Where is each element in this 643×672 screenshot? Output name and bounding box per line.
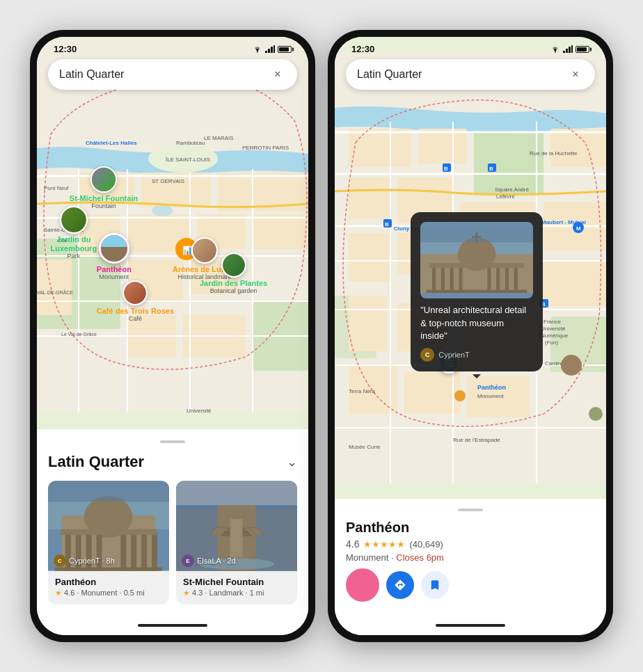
sheet-handle bbox=[160, 440, 185, 443]
svg-text:Le Val-de-Grâce: Le Val-de-Grâce bbox=[61, 332, 97, 337]
card-rating-pantheon: 4.6 bbox=[64, 589, 74, 597]
card-image-pantheon: C CyprienT · 8h bbox=[48, 481, 169, 571]
svg-rect-4 bbox=[273, 45, 275, 53]
svg-rect-79 bbox=[349, 177, 390, 219]
map-right[interactable]: M M B B B B Rue de la Huchette Square An… bbox=[335, 37, 606, 499]
star-5: ★ bbox=[397, 539, 405, 550]
card-meta-st-michel: ★ 4.3 · Landmark · 1 mi bbox=[183, 589, 290, 598]
close-button-right[interactable]: × bbox=[567, 66, 584, 83]
card-user-badge-pantheon: C CyprienT · 8h bbox=[54, 554, 115, 567]
svg-rect-148 bbox=[429, 264, 524, 269]
user-avatar-elsa: E bbox=[182, 554, 194, 567]
svg-rect-78 bbox=[550, 129, 606, 167]
svg-text:Square André: Square André bbox=[495, 186, 529, 193]
svg-rect-150 bbox=[420, 227, 533, 242]
user-avatar-cyprien: C bbox=[54, 554, 66, 567]
card-distance-st-michel: 1 mi bbox=[250, 589, 264, 597]
review-popup: "Unreal architectural detail & top-notch… bbox=[411, 212, 543, 371]
svg-text:Numérique: Numérique bbox=[541, 333, 569, 339]
svg-rect-55 bbox=[131, 533, 136, 571]
status-time-right: 12:30 bbox=[351, 44, 374, 54]
panel-meta: 4.6 ★ ★ ★ ★ ★ (40,649) bbox=[346, 538, 595, 550]
card-pantheon[interactable]: C CyprienT · 8h Panthéon ★ 4.6 · Monumen… bbox=[48, 481, 169, 605]
pin-sublabel-cafe: Café bbox=[129, 316, 142, 323]
navigate-icon bbox=[394, 579, 406, 591]
svg-rect-76 bbox=[349, 129, 411, 167]
bookmark-button[interactable] bbox=[421, 571, 449, 599]
svg-rect-56 bbox=[141, 533, 147, 571]
search-bar-left[interactable]: Latin Quarter × bbox=[48, 59, 297, 90]
svg-rect-140 bbox=[432, 266, 436, 293]
search-input-left[interactable]: Latin Quarter bbox=[59, 68, 269, 81]
svg-point-0 bbox=[257, 51, 258, 53]
svg-text:Terra Nera: Terra Nera bbox=[349, 388, 375, 394]
pin-jardin-lux[interactable]: Jardin duLuxembourg Park bbox=[51, 206, 97, 260]
home-bar-left bbox=[37, 616, 308, 635]
sheet-title: Latin Quarter bbox=[48, 453, 144, 471]
svg-text:France: France bbox=[543, 319, 561, 325]
pin-sublabel-pantheon-left: Monument bbox=[100, 274, 129, 281]
pin-st-michel[interactable]: St-Michel Fountain Fountain bbox=[70, 166, 138, 210]
svg-text:Rambuteau: Rambuteau bbox=[176, 140, 205, 146]
svg-text:LE MARAIS: LE MARAIS bbox=[204, 135, 234, 141]
card-image-st-michel: E ElsaLA · 2d bbox=[176, 481, 297, 571]
home-indicator-right bbox=[436, 624, 505, 627]
search-bar-right[interactable]: Latin Quarter × bbox=[346, 59, 595, 90]
pin-sublabel-jardin-plantes: Botanical garden bbox=[210, 288, 257, 295]
star-3: ★ bbox=[380, 539, 388, 550]
card-rating-st-michel: 4.3 bbox=[192, 589, 203, 597]
star-2: ★ bbox=[372, 539, 380, 550]
svg-rect-145 bbox=[496, 266, 500, 293]
card-st-michel[interactable]: E ElsaLA · 2d St-Michel Fountain ★ 4.3 ·… bbox=[176, 481, 297, 605]
pin-jardin-plantes[interactable]: Jardin des Plantes Botanical garden bbox=[200, 253, 267, 295]
svg-text:B: B bbox=[385, 221, 389, 227]
svg-rect-69 bbox=[566, 49, 568, 53]
user-time-pantheon: CyprienT · 8h bbox=[69, 557, 115, 565]
review-username: CyprienT bbox=[438, 351, 470, 359]
battery-icon bbox=[278, 46, 292, 53]
chevron-down-icon[interactable]: ⌄ bbox=[287, 454, 297, 470]
signal-icon-right bbox=[563, 45, 573, 53]
svg-text:Université: Université bbox=[541, 326, 566, 332]
svg-rect-70 bbox=[569, 47, 571, 53]
svg-rect-3 bbox=[271, 47, 273, 53]
signal-icon bbox=[265, 45, 275, 53]
svg-text:Musée Curie: Musée Curie bbox=[349, 444, 381, 450]
svg-text:M: M bbox=[576, 225, 581, 232]
pin-label-cafe: Café des Trois Roses bbox=[97, 307, 174, 316]
card-user-badge-st-michel: E ElsaLA · 2d bbox=[182, 554, 236, 567]
bottom-panel-right: Panthéon 4.6 ★ ★ ★ ★ ★ (40,649) Monument… bbox=[335, 499, 606, 616]
status-icons-right bbox=[550, 45, 589, 53]
svg-text:VAL-DE-GRÂCE: VAL-DE-GRÂCE bbox=[37, 289, 73, 295]
pin-label-jardin-lux: Jardin duLuxembourg bbox=[51, 235, 97, 253]
navigate-button[interactable] bbox=[386, 571, 414, 599]
battery-icon-right bbox=[575, 46, 589, 53]
wifi-icon-right bbox=[550, 45, 560, 53]
pin-cafe[interactable]: Café des Trois Roses Café bbox=[97, 280, 174, 323]
svg-point-131 bbox=[561, 355, 582, 376]
review-quote: "Unreal architectural detail & top-notch… bbox=[420, 304, 533, 342]
user-time-st-michel: ElsaLA · 2d bbox=[197, 557, 236, 565]
svg-rect-143 bbox=[459, 266, 463, 293]
svg-text:(Fun): (Fun) bbox=[545, 339, 558, 346]
svg-text:PERROTIN PARIS: PERROTIN PARIS bbox=[242, 145, 289, 151]
svg-point-29 bbox=[152, 205, 173, 216]
review-avatar: C bbox=[420, 348, 434, 362]
close-button-left[interactable]: × bbox=[269, 66, 286, 83]
svg-rect-57 bbox=[152, 533, 157, 571]
star-icon-2: ★ bbox=[183, 589, 190, 597]
card-distance-pantheon: 0.5 mi bbox=[124, 589, 145, 597]
svg-rect-73 bbox=[474, 132, 543, 195]
status-bar-right: 12:30 bbox=[335, 37, 606, 57]
user-avatar-action[interactable] bbox=[346, 568, 379, 602]
svg-point-67 bbox=[555, 51, 556, 53]
pin-pantheon-left[interactable]: Panthéon Monument bbox=[97, 233, 132, 281]
home-bar-right bbox=[335, 616, 606, 635]
svg-rect-142 bbox=[450, 266, 454, 293]
search-input-right[interactable]: Latin Quarter bbox=[357, 68, 567, 81]
panel-type-info: Monument · Closes 6pm bbox=[346, 552, 595, 563]
map-left[interactable]: ÎLE SAINT-LOUIS Châtelet-Les Halles Ramb… bbox=[37, 37, 308, 429]
bottom-sheet-left: Latin Quarter ⌄ bbox=[37, 429, 308, 616]
card-info-pantheon: Panthéon ★ 4.6 · Monument · 0.5 mi bbox=[48, 571, 169, 605]
svg-rect-141 bbox=[441, 266, 445, 293]
